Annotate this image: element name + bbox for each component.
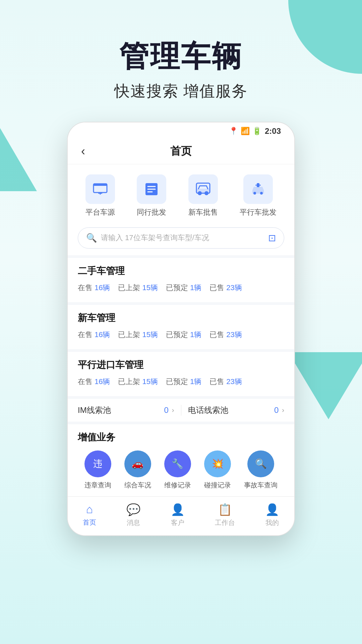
value-label-1: 综合车况	[124, 481, 151, 490]
stat-item-2-0[interactable]: 在售16辆	[78, 377, 110, 387]
stat-label-0-1: 已上架	[118, 283, 140, 293]
bottom-nav: ⌂首页💬消息👤客户📋工作台👤我的	[68, 496, 294, 535]
bottom-nav-icon-1: 💬	[126, 503, 140, 516]
bottom-nav-item-1[interactable]: 💬消息	[126, 503, 140, 527]
stat-value-0-0: 16辆	[95, 283, 110, 293]
quick-item-parallel[interactable]: 平行车批发	[240, 174, 277, 217]
scan-icon[interactable]: ⊡	[268, 232, 276, 244]
phone-frame: 📍 📶 🔋 2:03 ‹ 首页	[67, 122, 295, 536]
stats-row-2: 在售16辆已上架15辆已预定1辆已售23辆	[78, 377, 284, 389]
newcar-icon-box	[188, 174, 218, 204]
im-lead-name: IM线索池	[78, 405, 111, 416]
value-icons: 违违章查询🚗综合车况🔧维修记录💥碰撞记录🔍事故车查询	[78, 450, 284, 490]
bottom-nav-label-3: 工作台	[215, 518, 235, 527]
hero-section: 管理车辆 快速搜索 增值服务	[0, 0, 362, 102]
stat-value-2-3: 23辆	[226, 377, 242, 387]
bottom-nav-icon-4: 👤	[265, 503, 279, 516]
search-bar[interactable]: 🔍 请输入 17位车架号查询车型/车况 ⊡	[78, 227, 284, 249]
stats-row-0: 在售16辆已上架15辆已预定1辆已售23辆	[78, 283, 284, 296]
value-item-3[interactable]: 💥碰撞记录	[204, 450, 231, 490]
stat-item-2-2[interactable]: 已预定1辆	[166, 377, 201, 387]
stat-value-1-3: 23辆	[226, 330, 242, 340]
stat-value-2-0: 16辆	[95, 377, 110, 387]
bottom-nav-label-0: 首页	[83, 518, 96, 527]
stat-item-2-3[interactable]: 已售23辆	[209, 377, 242, 387]
stat-label-2-3: 已售	[209, 377, 224, 387]
stats-title-1: 新车管理	[78, 312, 284, 324]
stat-label-1-2: 已预定	[166, 330, 188, 340]
location-icon: 📍	[229, 127, 238, 136]
value-item-0[interactable]: 违违章查询	[84, 450, 111, 490]
stats-section-2: 平行进口车管理在售16辆已上架15辆已预定1辆已售23辆	[68, 349, 294, 396]
value-label-2: 维修记录	[164, 481, 191, 490]
stats-row-1: 在售16辆已上架15辆已预定1辆已售23辆	[78, 330, 284, 342]
stat-label-0-0: 在售	[78, 283, 93, 293]
stat-item-0-0[interactable]: 在售16辆	[78, 283, 110, 293]
value-item-2[interactable]: 🔧维修记录	[164, 450, 191, 490]
stat-item-1-0[interactable]: 在售16辆	[78, 330, 110, 340]
svg-point-11	[204, 191, 208, 195]
peer-icon-box	[137, 174, 166, 204]
phone-lead-pool[interactable]: 电话线索池 0 ›	[181, 405, 285, 416]
stat-item-0-2[interactable]: 已预定1辆	[166, 283, 201, 293]
bottom-nav-item-2[interactable]: 👤客户	[171, 503, 185, 527]
quick-item-platform[interactable]: 平台车源	[85, 174, 115, 217]
phone-lead-name: 电话线索池	[188, 405, 228, 416]
svg-point-12	[253, 192, 256, 195]
bottom-nav-icon-2: 👤	[171, 503, 185, 516]
phone-wrapper: 📍 📶 🔋 2:03 ‹ 首页	[60, 122, 302, 536]
hero-title: 管理车辆	[0, 40, 362, 73]
stat-label-0-3: 已售	[209, 283, 224, 293]
value-icon-4: 🔍	[247, 450, 274, 477]
stat-item-2-1[interactable]: 已上架15辆	[118, 377, 158, 387]
stat-item-1-1[interactable]: 已上架15辆	[118, 330, 158, 340]
stat-item-0-1[interactable]: 已上架15辆	[118, 283, 158, 293]
stat-label-1-0: 在售	[78, 330, 93, 340]
stat-item-1-2[interactable]: 已预定1辆	[166, 330, 201, 340]
value-icon-1: 🚗	[124, 450, 151, 477]
stats-title-0: 二手车管理	[78, 265, 284, 277]
stat-value-1-0: 16辆	[95, 330, 110, 340]
stat-value-0-3: 23辆	[226, 283, 242, 293]
back-button[interactable]: ‹	[81, 144, 85, 158]
car-gift-icon	[249, 180, 267, 198]
value-label-3: 碰撞记录	[204, 481, 231, 490]
newcar-label: 新车批售	[188, 207, 218, 217]
value-icon-2: 🔧	[164, 450, 191, 477]
im-lead-arrow: ›	[172, 406, 174, 414]
stats-container: 二手车管理在售16辆已上架15辆已预定1辆已售23辆新车管理在售16辆已上架15…	[68, 255, 294, 396]
stat-item-1-3[interactable]: 已售23辆	[209, 330, 242, 340]
peer-label: 同行批发	[137, 207, 166, 217]
stats-title-2: 平行进口车管理	[78, 359, 284, 371]
parallel-label: 平行车批发	[240, 207, 277, 217]
lead-pool: IM线索池 0 › 电话线索池 0 ›	[68, 396, 294, 422]
quick-item-peer[interactable]: 同行批发	[137, 174, 166, 217]
value-label-0: 违章查询	[84, 481, 111, 490]
bottom-nav-item-0[interactable]: ⌂首页	[83, 503, 96, 527]
platform-icon-box	[85, 174, 115, 204]
stat-item-0-3[interactable]: 已售23辆	[209, 283, 242, 293]
stats-section-1: 新车管理在售16辆已上架15辆已预定1辆已售23辆	[68, 302, 294, 349]
status-time: 2:03	[265, 126, 281, 136]
bottom-nav-icon-3: 📋	[218, 503, 232, 516]
bottom-nav-item-4[interactable]: 👤我的	[265, 503, 279, 527]
phone-lead-count: 0	[274, 406, 279, 415]
stat-value-2-1: 15辆	[142, 377, 158, 387]
parallel-icon-box	[243, 174, 273, 204]
stat-value-1-1: 15辆	[142, 330, 158, 340]
value-icon-0: 违	[84, 450, 111, 477]
deco-left-triangle	[0, 111, 37, 191]
stat-label-1-1: 已上架	[118, 330, 140, 340]
quick-item-newcar[interactable]: 新车批售	[188, 174, 218, 217]
svg-point-13	[260, 192, 263, 195]
value-item-4[interactable]: 🔍事故车查询	[244, 450, 278, 490]
stats-section-0: 二手车管理在售16辆已上架15辆已预定1辆已售23辆	[68, 255, 294, 302]
nav-bar: ‹ 首页	[68, 139, 294, 164]
bottom-nav-icon-0: ⌂	[86, 503, 93, 516]
bottom-nav-item-3[interactable]: 📋工作台	[215, 503, 235, 527]
value-icon-3: 💥	[204, 450, 231, 477]
im-lead-pool[interactable]: IM线索池 0 ›	[78, 405, 181, 416]
value-item-1[interactable]: 🚗综合车况	[124, 450, 151, 490]
phone-lead-arrow: ›	[282, 406, 284, 414]
stat-label-2-0: 在售	[78, 377, 93, 387]
